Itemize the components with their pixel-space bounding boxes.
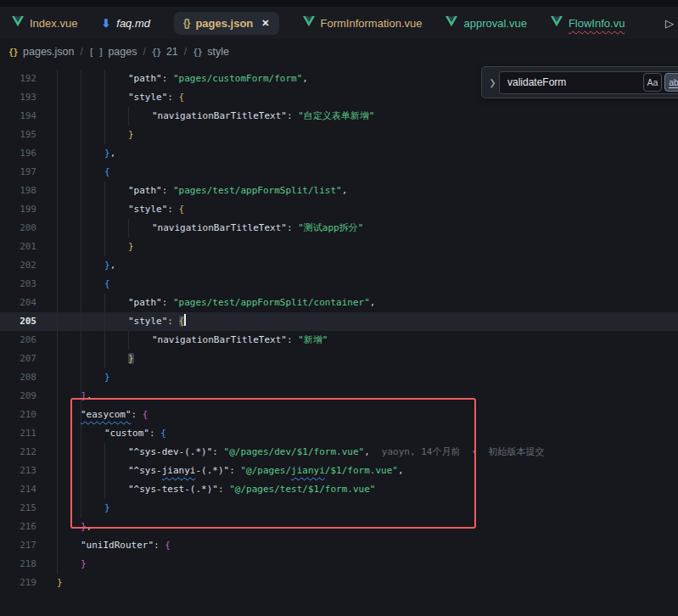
code-line[interactable]: 211"custom": { (0, 424, 678, 443)
line-number[interactable]: 209 (0, 387, 36, 406)
object-icon: {} (152, 48, 161, 57)
code-token: "测试app拆分" (298, 222, 363, 233)
code-token: { (179, 204, 185, 215)
line-number[interactable]: 203 (0, 275, 36, 294)
tab-flowinfo-vu[interactable]: FlowInfo.vu (551, 16, 625, 30)
editor-pane[interactable]: 192"path": "pages/customForm/form",193"s… (0, 64, 678, 616)
code-line[interactable]: 205"style": { (0, 312, 678, 331)
line-number[interactable]: 196 (0, 144, 36, 163)
find-input[interactable] (501, 76, 641, 89)
tab-index-vue[interactable]: Index.vue (12, 16, 77, 30)
line-number[interactable]: 205 (0, 312, 36, 331)
line-number[interactable]: 213 (0, 462, 36, 480)
match-case-button[interactable]: Aa (643, 73, 662, 92)
code-line[interactable]: 198"path": "pages/test/appFormSplit/list… (0, 182, 678, 200)
code-line[interactable]: 214"^sys-test-(.*)": "@/pages/test/$1/fo… (0, 480, 678, 499)
code-text: }, (36, 144, 115, 163)
object-icon: {} (193, 48, 202, 57)
line-number[interactable]: 212 (0, 443, 36, 462)
code-line[interactable]: 203{ (0, 275, 678, 294)
code-token: , (110, 260, 116, 271)
code-token: } (104, 372, 110, 383)
tab-forminformation-vue[interactable]: FormInformation.vue (303, 16, 423, 30)
code-token: { (143, 409, 148, 420)
line-number[interactable]: 194 (0, 107, 36, 126)
code-line[interactable]: 204"path": "pages/test/appFormSplit/cont… (0, 294, 678, 312)
code-token: "^sys-dev-(.*)" (128, 446, 212, 457)
line-number[interactable]: 204 (0, 294, 36, 312)
breadcrumb-item-pages-json[interactable]: {}pages.json (8, 46, 75, 58)
code-line[interactable]: 200"navigationBarTitleText": "测试app拆分" (0, 219, 678, 238)
line-number[interactable]: 218 (0, 555, 36, 574)
code-line[interactable]: 209], (0, 387, 678, 406)
code-token: { (179, 92, 185, 103)
code-token: "自定义表单新增" (298, 110, 374, 121)
line-number[interactable]: 216 (0, 518, 36, 536)
line-number[interactable]: 192 (0, 70, 36, 88)
toggle-replace-icon[interactable]: ❯ (486, 78, 499, 87)
code-token: : (229, 465, 240, 476)
line-number[interactable]: 219 (0, 574, 36, 592)
code-line[interactable]: 194"navigationBarTitleText": "自定义表单新增" (0, 107, 678, 126)
line-number[interactable]: 207 (0, 350, 36, 368)
line-number[interactable]: 214 (0, 480, 36, 499)
code-token: : (162, 185, 173, 196)
code-lines: 192"path": "pages/customForm/form",193"s… (0, 64, 678, 592)
tab-approval-vue[interactable]: approval.vue (445, 16, 526, 30)
window-title-strip (0, 0, 678, 7)
code-line[interactable]: 216}, (0, 518, 678, 536)
code-text: "easycom": { (36, 406, 148, 424)
overflow-chevron-icon[interactable]: ▷ (665, 17, 678, 30)
line-number[interactable]: 193 (0, 88, 36, 107)
code-line[interactable]: 195} (0, 126, 678, 144)
line-number[interactable]: 210 (0, 406, 36, 424)
breadcrumb-item-style[interactable]: {}style (193, 46, 229, 58)
line-number[interactable]: 215 (0, 499, 36, 518)
code-token: } (104, 148, 110, 159)
breadcrumb-item-pages[interactable]: [ ]pages (89, 46, 137, 58)
breadcrumb-label: 21 (166, 46, 178, 58)
code-line[interactable]: 207} (0, 350, 678, 368)
code-token: , (342, 185, 348, 196)
code-line[interactable]: 199"style": { (0, 200, 678, 219)
code-token: "uniIdRouter" (81, 540, 154, 551)
close-icon[interactable]: ✕ (261, 18, 269, 29)
code-line[interactable]: 202}, (0, 256, 678, 275)
line-number[interactable]: 198 (0, 182, 36, 200)
whole-word-button[interactable]: ab (664, 73, 678, 92)
line-number[interactable]: 202 (0, 256, 36, 275)
code-line[interactable]: 210"easycom": { (0, 406, 678, 424)
code-line[interactable]: 215} (0, 499, 678, 518)
line-number[interactable]: 200 (0, 219, 36, 238)
code-line[interactable]: 201} (0, 238, 678, 256)
code-line[interactable]: 217"uniIdRouter": { (0, 536, 678, 555)
breadcrumb-item-21[interactable]: {}21 (152, 46, 178, 58)
code-token: "pages/test/appFormSplit/list" (173, 185, 342, 196)
code-line[interactable]: 197{ (0, 163, 678, 182)
line-number[interactable]: 197 (0, 163, 36, 182)
line-number[interactable]: 195 (0, 126, 36, 144)
line-number[interactable]: 201 (0, 238, 36, 256)
code-text: "custom": { (36, 424, 166, 443)
code-line[interactable]: 212"^sys-dev-(.*)": "@/pages/dev/$1/form… (0, 443, 678, 462)
tab-faq-md[interactable]: ⬇faq.md (101, 17, 150, 30)
line-number[interactable]: 199 (0, 200, 36, 219)
code-token: : (167, 92, 178, 103)
code-line[interactable]: 213"^sys-jianyi-(.*)": "@/pages/jianyi/$… (0, 462, 678, 480)
line-number[interactable]: 208 (0, 368, 36, 387)
code-token: "navigationBarTitleText" (152, 334, 287, 345)
code-token: "navigationBarTitleText" (152, 222, 287, 233)
code-token: , (110, 148, 116, 159)
code-line[interactable]: 208} (0, 368, 678, 387)
line-number[interactable]: 206 (0, 331, 36, 350)
code-line[interactable]: 196}, (0, 144, 678, 163)
code-text: }, (36, 256, 115, 275)
tab-label: FlowInfo.vu (569, 17, 625, 30)
line-number[interactable]: 211 (0, 424, 36, 443)
code-line[interactable]: 219} (0, 574, 678, 592)
code-line[interactable]: 206"navigationBarTitleText": "新增" (0, 331, 678, 350)
code-line[interactable]: 218} (0, 555, 678, 574)
code-token: : (287, 110, 298, 121)
tab-pages-json[interactable]: {}pages.json✕ (174, 12, 278, 35)
line-number[interactable]: 217 (0, 536, 36, 555)
